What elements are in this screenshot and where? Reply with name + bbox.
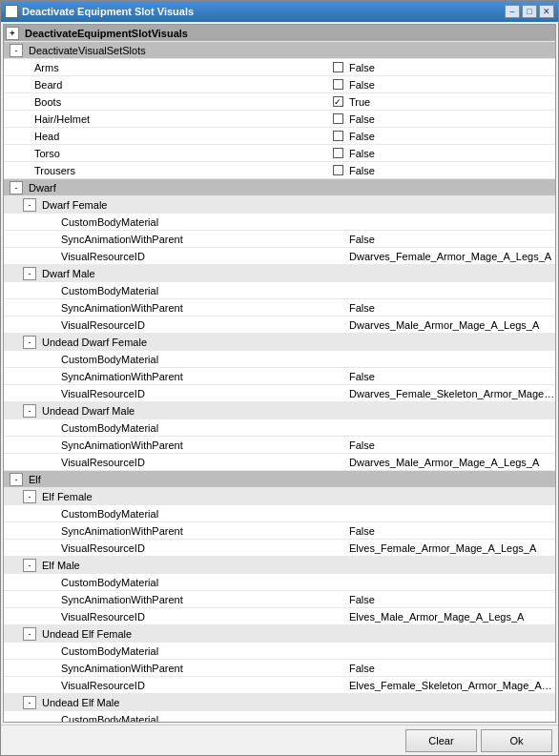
undead-dwarf-female-custombody-row[interactable]: CustomBodyMaterial bbox=[4, 351, 555, 368]
dwarf-expand-btn[interactable]: - bbox=[10, 181, 23, 194]
undead-elf-female-visual-label: VisualResourceID bbox=[4, 680, 345, 691]
visual-set-slots-expand[interactable]: - bbox=[10, 44, 23, 57]
undead-dwarf-female-visual-value: Dwarves_Female_Skeleton_Armor_Mage_A_... bbox=[345, 388, 555, 399]
undead-dwarf-female-sync-row[interactable]: SyncAnimationWithParent False bbox=[4, 368, 555, 385]
top-expand-btn[interactable]: + bbox=[6, 27, 19, 40]
undead-elf-female-sync-label: SyncAnimationWithParent bbox=[4, 663, 345, 674]
elf-female-custombody-label: CustomBodyMaterial bbox=[4, 508, 345, 520]
boots-checkbox[interactable] bbox=[333, 96, 343, 107]
undead-dwarf-male-visual-row[interactable]: VisualResourceID Dwarves_Male_Armor_Mage… bbox=[4, 454, 555, 471]
elf-male-custombody-row[interactable]: CustomBodyMaterial bbox=[4, 574, 555, 591]
elf-male-header[interactable]: - Elf Male bbox=[4, 557, 555, 574]
close-button[interactable]: ✕ bbox=[539, 5, 554, 18]
dwarf-female-custombody-row[interactable]: CustomBodyMaterial bbox=[4, 214, 555, 231]
minimize-button[interactable]: – bbox=[505, 5, 520, 18]
head-checkbox[interactable] bbox=[333, 131, 343, 141]
head-checkbox-cell[interactable] bbox=[330, 131, 345, 141]
undead-elf-female-visual-row[interactable]: VisualResourceID Elves_Female_Skeleton_A… bbox=[4, 677, 555, 694]
undead-elf-female-custombody-row[interactable]: CustomBodyMaterial bbox=[4, 643, 555, 660]
arms-row[interactable]: Arms False bbox=[4, 59, 555, 76]
undead-elf-male-custombody-row[interactable]: CustomBodyMaterial bbox=[4, 711, 555, 723]
undead-dwarf-male-visual-value: Dwarves_Male_Armor_Mage_A_Legs_A bbox=[345, 457, 555, 468]
boots-label: Boots bbox=[4, 96, 330, 108]
elf-female-header[interactable]: - Elf Female bbox=[4, 488, 555, 505]
hair-helmet-label: Hair/Helmet bbox=[4, 113, 330, 125]
window-title: Deactivate Equipment Slot Visuals bbox=[22, 6, 194, 17]
dwarf-male-visual-row[interactable]: VisualResourceID Dwarves_Male_Armor_Mage… bbox=[4, 317, 555, 334]
elf-female-sync-value: False bbox=[345, 525, 555, 537]
boots-checkbox-cell[interactable] bbox=[330, 96, 345, 107]
dwarf-section-header[interactable]: - Dwarf bbox=[4, 179, 555, 196]
elf-expand-btn[interactable]: - bbox=[10, 473, 23, 486]
trousers-row[interactable]: Trousers False bbox=[4, 162, 555, 179]
torso-row[interactable]: Torso False bbox=[4, 145, 555, 162]
arms-value: False bbox=[345, 62, 555, 73]
clear-button[interactable]: Clear bbox=[405, 729, 477, 752]
elf-female-visual-row[interactable]: VisualResourceID Elves_Female_Armor_Mage… bbox=[4, 540, 555, 557]
torso-checkbox-cell[interactable] bbox=[330, 148, 345, 158]
elf-female-custombody-row[interactable]: CustomBodyMaterial bbox=[4, 505, 555, 522]
dwarf-male-sync-value: False bbox=[345, 302, 555, 314]
dwarf-male-visual-label: VisualResourceID bbox=[4, 319, 345, 331]
trousers-checkbox-cell[interactable] bbox=[330, 165, 345, 175]
elf-section-header[interactable]: - Elf bbox=[4, 471, 555, 488]
boots-row[interactable]: Boots True bbox=[4, 93, 555, 111]
arms-checkbox-cell[interactable] bbox=[330, 62, 345, 72]
maximize-button[interactable]: □ bbox=[522, 5, 537, 18]
ok-button[interactable]: Ok bbox=[481, 729, 552, 752]
head-row[interactable]: Head False bbox=[4, 128, 555, 145]
beard-row[interactable]: Beard False bbox=[4, 76, 555, 93]
elf-female-visual-value: Elves_Female_Armor_Mage_A_Legs_A bbox=[345, 542, 555, 554]
undead-elf-female-custombody-label: CustomBodyMaterial bbox=[4, 645, 345, 657]
undead-elf-female-expand[interactable]: - bbox=[23, 627, 36, 641]
tree-container[interactable]: + DeactivateEquipmentSlotVisuals - Deact… bbox=[3, 24, 556, 723]
undead-dwarf-male-header[interactable]: - Undead Dwarf Male bbox=[4, 402, 555, 419]
undead-elf-male-expand[interactable]: - bbox=[23, 696, 36, 709]
dwarf-male-custombody-row[interactable]: CustomBodyMaterial bbox=[4, 282, 555, 299]
undead-dwarf-female-expand[interactable]: - bbox=[23, 336, 36, 349]
elf-male-sync-row[interactable]: SyncAnimationWithParent False bbox=[4, 591, 555, 608]
beard-checkbox[interactable] bbox=[333, 79, 343, 90]
dwarf-male-custombody-label: CustomBodyMaterial bbox=[4, 285, 345, 296]
undead-dwarf-female-sync-value: False bbox=[345, 371, 555, 382]
undead-dwarf-female-visual-row[interactable]: VisualResourceID Dwarves_Female_Skeleton… bbox=[4, 385, 555, 402]
visual-set-slots-header[interactable]: - DeactivateVisualSetSlots bbox=[4, 42, 555, 59]
dwarf-female-sync-row[interactable]: SyncAnimationWithParent False bbox=[4, 231, 555, 248]
dwarf-female-sync-label: SyncAnimationWithParent bbox=[4, 234, 345, 245]
undead-dwarf-female-sync-label: SyncAnimationWithParent bbox=[4, 371, 345, 382]
undead-dwarf-female-label: Undead Dwarf Female bbox=[38, 337, 555, 348]
dwarf-female-visual-row[interactable]: VisualResourceID Dwarves_Female_Armor_Ma… bbox=[4, 248, 555, 265]
elf-male-expand[interactable]: - bbox=[23, 559, 36, 572]
dwarf-male-sync-row[interactable]: SyncAnimationWithParent False bbox=[4, 299, 555, 317]
undead-elf-female-sync-row[interactable]: SyncAnimationWithParent False bbox=[4, 660, 555, 677]
elf-male-visual-value: Elves_Male_Armor_Mage_A_Legs_A bbox=[345, 611, 555, 623]
dwarf-male-expand[interactable]: - bbox=[23, 267, 36, 280]
undead-dwarf-male-sync-row[interactable]: SyncAnimationWithParent False bbox=[4, 437, 555, 454]
dwarf-female-expand[interactable]: - bbox=[23, 198, 36, 212]
elf-female-expand[interactable]: - bbox=[23, 490, 36, 503]
dwarf-male-header[interactable]: - Dwarf Male bbox=[4, 265, 555, 282]
elf-male-visual-row[interactable]: VisualResourceID Elves_Male_Armor_Mage_A… bbox=[4, 608, 555, 625]
undead-elf-male-header[interactable]: - Undead Elf Male bbox=[4, 694, 555, 711]
hair-helmet-checkbox[interactable] bbox=[333, 113, 343, 124]
beard-label: Beard bbox=[4, 79, 330, 91]
torso-checkbox[interactable] bbox=[333, 148, 343, 158]
undead-dwarf-female-header[interactable]: - Undead Dwarf Female bbox=[4, 334, 555, 351]
beard-checkbox-cell[interactable] bbox=[330, 79, 345, 90]
hair-helmet-checkbox-cell[interactable] bbox=[330, 113, 345, 124]
elf-female-visual-label: VisualResourceID bbox=[4, 542, 345, 554]
top-section-header[interactable]: + DeactivateEquipmentSlotVisuals bbox=[4, 25, 555, 42]
undead-dwarf-male-sync-value: False bbox=[345, 439, 555, 451]
elf-male-sync-label: SyncAnimationWithParent bbox=[4, 594, 345, 605]
trousers-checkbox[interactable] bbox=[333, 165, 343, 175]
undead-dwarf-male-expand[interactable]: - bbox=[23, 404, 36, 418]
dwarf-female-header[interactable]: - Dwarf Female bbox=[4, 196, 555, 214]
app-icon bbox=[5, 5, 18, 18]
dwarf-male-label: Dwarf Male bbox=[38, 268, 555, 279]
undead-dwarf-male-custombody-row[interactable]: CustomBodyMaterial bbox=[4, 419, 555, 437]
hair-helmet-row[interactable]: Hair/Helmet False bbox=[4, 111, 555, 128]
undead-elf-female-header[interactable]: - Undead Elf Female bbox=[4, 625, 555, 643]
elf-female-sync-row[interactable]: SyncAnimationWithParent False bbox=[4, 522, 555, 540]
arms-checkbox[interactable] bbox=[333, 62, 343, 72]
bottom-bar: Clear Ok bbox=[1, 725, 558, 755]
